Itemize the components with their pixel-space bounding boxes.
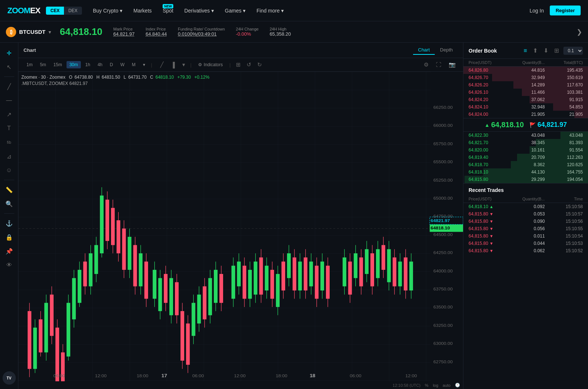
ob-ask-row[interactable]: 64,826.70 32.949 150.619 bbox=[463, 74, 588, 81]
rt-trade-qty: 0.044 bbox=[507, 241, 545, 246]
undo-icon[interactable]: ↺ bbox=[244, 60, 254, 69]
nav-spot[interactable]: NEW Spot bbox=[163, 8, 173, 14]
time-5m[interactable]: 5m bbox=[37, 61, 49, 68]
ob-bid-price: 64,819.40 bbox=[469, 155, 507, 160]
redo-icon[interactable]: ↻ bbox=[255, 60, 264, 69]
time-30m[interactable]: 30m bbox=[67, 61, 81, 68]
eye-tool[interactable]: 👁 bbox=[3, 259, 15, 271]
rt-trade-row[interactable]: 64,818.10 ▲ 0.092 15:10:58 bbox=[463, 203, 588, 210]
ob-bid-row[interactable]: 64,818.10 44.130 164.755 bbox=[463, 168, 588, 176]
time-15m[interactable]: 15m bbox=[50, 61, 65, 68]
footer-log-btn[interactable]: log bbox=[433, 383, 438, 388]
ob-size-select[interactable]: 0.1 0.5 1 bbox=[563, 47, 583, 55]
ticker-dropdown-icon[interactable]: ▾ bbox=[49, 29, 51, 35]
rt-trade-row[interactable]: 64,815.80 ▼ 0.090 15:10:56 bbox=[463, 218, 588, 225]
change-value: -0.00% bbox=[236, 31, 259, 37]
nav-derivatives[interactable]: Derivatives ▾ bbox=[184, 8, 214, 14]
measure-tool[interactable]: ⊿ bbox=[3, 150, 15, 162]
fibonacci-tool[interactable]: fib bbox=[3, 136, 15, 148]
rt-trade-time: 15:10:56 bbox=[545, 219, 583, 224]
footer-pct-btn[interactable]: % bbox=[425, 383, 429, 388]
footer-clock-icon[interactable]: 🕐 bbox=[455, 383, 460, 388]
chart-type-dropdown[interactable]: ▾ bbox=[180, 60, 187, 69]
rt-trade-row[interactable]: 64,815.80 ▼ 0.011 15:10:54 bbox=[463, 232, 588, 240]
nav-games[interactable]: Games ▾ bbox=[225, 8, 245, 14]
nav-find-more[interactable]: Find more ▾ bbox=[257, 8, 284, 14]
time-D[interactable]: D bbox=[107, 61, 116, 68]
index-price-label: Index Price bbox=[146, 27, 167, 31]
crosshair-tool[interactable]: ✛ bbox=[3, 47, 15, 59]
emoji-tool[interactable]: ☺ bbox=[3, 164, 15, 176]
time-4h[interactable]: 4h bbox=[94, 61, 105, 68]
ob-bid-row[interactable]: 64,819.40 20.709 112.263 bbox=[463, 154, 588, 161]
login-button[interactable]: Log In bbox=[530, 8, 544, 14]
tab-chart[interactable]: Chart bbox=[413, 46, 435, 55]
line-chart-icon[interactable]: ╱ bbox=[158, 60, 166, 69]
footer-auto-btn[interactable]: auto bbox=[443, 383, 451, 388]
ob-filter-both[interactable]: ≡ bbox=[522, 47, 528, 55]
dex-button[interactable]: DEX bbox=[64, 7, 82, 15]
ob-filter-bids[interactable]: ⬇ bbox=[542, 46, 550, 55]
time-W[interactable]: W bbox=[117, 61, 127, 68]
fullscreen-icon[interactable]: ⛶ bbox=[434, 60, 444, 69]
rt-trade-row[interactable]: 64,815.80 ▼ 0.044 15:10:53 bbox=[463, 240, 588, 247]
ob-ask-row[interactable]: 64,824.10 32.948 54.853 bbox=[463, 103, 588, 111]
ob-filter-alt[interactable]: ⊞ bbox=[553, 46, 560, 55]
logo[interactable]: ZOOMEX bbox=[7, 6, 40, 15]
tab-depth[interactable]: Depth bbox=[435, 46, 458, 55]
ob-ask-row[interactable]: 64,826.80 44.816 195.435 bbox=[463, 67, 588, 74]
pin-tool[interactable]: 📌 bbox=[3, 245, 15, 257]
ob-ask-row[interactable]: 64,826.20 14.289 117.670 bbox=[463, 81, 588, 89]
zoom-tool[interactable]: 🔍 bbox=[3, 198, 15, 210]
ruler-tool[interactable]: 📏 bbox=[3, 184, 15, 196]
time-M[interactable]: M bbox=[129, 61, 139, 68]
time-1h[interactable]: 1h bbox=[82, 61, 93, 68]
arrow-down-icon: ▼ bbox=[490, 226, 494, 231]
ob-ask-row[interactable]: 64,824.20 37.062 91.915 bbox=[463, 96, 588, 103]
rt-trade-row[interactable]: 64,815.80 ▼ 0.056 15:10:55 bbox=[463, 225, 588, 232]
candle-chart-icon[interactable]: ▐ bbox=[169, 61, 177, 69]
ticker-scroll-right[interactable]: ❯ bbox=[577, 28, 582, 36]
y-label-65750: 65750.00 bbox=[433, 141, 453, 146]
time-separator-2: | bbox=[190, 62, 191, 68]
trend-line-tool[interactable]: ╱ bbox=[3, 81, 15, 92]
magnet-tool[interactable]: ⚓ bbox=[3, 217, 15, 229]
ob-col-qty: Quantity(B... bbox=[507, 60, 545, 65]
chart-svg: 66250.00 66000.00 65750.00 65500.00 6525… bbox=[18, 72, 463, 381]
ob-ask-row[interactable]: 64,826.10 11.466 103.381 bbox=[463, 89, 588, 96]
x-label-18b: 18:00 bbox=[276, 373, 287, 378]
y-label-66250: 66250.00 bbox=[433, 105, 453, 110]
pointer-tool[interactable]: ↖ bbox=[3, 61, 15, 73]
indicators-button[interactable]: ⚙ Indicators bbox=[194, 61, 226, 68]
register-button[interactable]: Register bbox=[550, 6, 581, 15]
ob-bid-row[interactable]: 64,820.00 10.161 91.554 bbox=[463, 146, 588, 154]
cex-button[interactable]: CEX bbox=[46, 7, 64, 15]
nav-buy-crypto[interactable]: Buy Crypto ▾ bbox=[93, 8, 122, 14]
exchange-toggle[interactable]: CEX DEX bbox=[46, 7, 82, 15]
horizontal-line-tool[interactable]: — bbox=[3, 94, 15, 106]
time-1m[interactable]: 1m bbox=[24, 61, 36, 68]
text-tool[interactable]: T bbox=[3, 122, 15, 134]
ob-ask-row[interactable]: 64,824.00 21.905 21.905 bbox=[463, 111, 588, 118]
rt-col-price: Price(USDT) bbox=[469, 197, 507, 201]
layout-icon[interactable]: ⊞ bbox=[234, 60, 243, 69]
lock-tool[interactable]: 🔒 bbox=[3, 231, 15, 243]
time-more[interactable]: ▾ bbox=[140, 61, 148, 68]
y-label-66000: 66000.00 bbox=[433, 123, 453, 128]
ob-filter-asks[interactable]: ⬆ bbox=[531, 46, 539, 55]
settings-icon[interactable]: ⚙ bbox=[422, 60, 431, 69]
nav-markets[interactable]: Markets bbox=[133, 8, 152, 14]
ob-bid-row[interactable]: 64,818.70 8.362 120.625 bbox=[463, 161, 588, 168]
ob-controls: ≡ ⬆ ⬇ ⊞ 0.1 0.5 1 bbox=[522, 46, 583, 55]
ticker-symbol[interactable]: ₿ BTCUSDT ▾ bbox=[6, 27, 51, 37]
chart-canvas[interactable]: Zoomex · 30 · Zoomex O64738.80 H64831.50… bbox=[18, 72, 463, 381]
ob-bid-row[interactable]: 64,821.70 38.345 81.393 bbox=[463, 139, 588, 146]
rt-trade-row[interactable]: 64,815.80 ▼ 0.062 15:10:52 bbox=[463, 247, 588, 254]
screenshot-icon[interactable]: 📷 bbox=[447, 60, 458, 69]
rt-trade-row[interactable]: 64,815.80 ▼ 0.053 15:10:57 bbox=[463, 210, 588, 218]
change-stat: 24H Change -0.00% bbox=[236, 27, 259, 37]
x-label-06b: 06:00 bbox=[192, 373, 204, 378]
ray-tool[interactable]: ↗ bbox=[3, 108, 15, 120]
ob-bid-row[interactable]: 64,815.80 29.299 194.054 bbox=[463, 176, 588, 183]
ob-bid-row[interactable]: 64,822.30 43.048 43.048 bbox=[463, 132, 588, 139]
